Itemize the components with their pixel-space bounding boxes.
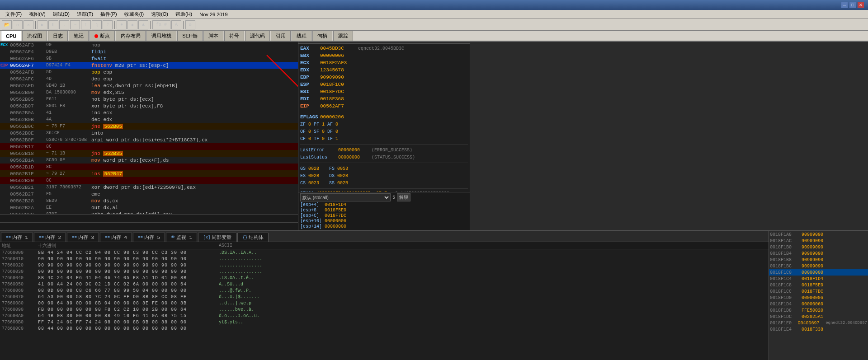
ds-value[interactable]: 002B <box>337 173 348 178</box>
tab-[interactable]: 日志 <box>48 31 68 41</box>
memory-row[interactable]: 776600C0 08 44 00 00 00 00 00 00 00 00 0… <box>0 325 769 332</box>
maximize-button[interactable]: □ <box>849 2 856 8</box>
conv-select[interactable]: 默认 (stdcall) <box>300 193 391 201</box>
memory-tab-[interactable]: [x]局部变量 <box>198 233 236 242</box>
memory-row[interactable]: 77660070 64 A3 00 00 58 8D 7C 24 0C FF D… <box>0 294 769 300</box>
disasm-row[interactable]: 00562AFC4Ddec ebp <box>0 75 298 82</box>
flag-val[interactable]: 0 <box>308 136 311 141</box>
mem-bp-button[interactable]: ◆ <box>127 20 137 29</box>
reg-value[interactable]: 12345678 <box>320 67 356 73</box>
tab-[interactable]: 源代码 <box>245 31 270 41</box>
disasm-row[interactable]: 00562B0B4Adec edx <box>0 116 298 123</box>
memory-row[interactable]: 77660010 90 90 90 90 90 90 90 90 90 90 9… <box>0 256 769 262</box>
disasm-row[interactable]: 00562AFB5Dpop ebp <box>0 69 298 75</box>
restart-button[interactable]: ↺ <box>13 20 23 29</box>
memory-row[interactable]: 77660050 41 00 A4 24 00 DC 02 1D CC 02 6… <box>0 281 769 287</box>
disasm-row[interactable]: 00562B1A8C59 0Fmov word ptr ds:[ecx+F],d… <box>0 157 298 164</box>
disasm-row[interactable]: 00562B0E36:CEinto <box>0 130 298 136</box>
ss-value[interactable]: 002B <box>337 181 348 186</box>
settings-button[interactable]: ⚙ <box>185 20 195 29</box>
hw-bp-button[interactable]: ▲ <box>138 20 148 29</box>
conv-param-value[interactable]: 0018F1D4 <box>325 202 346 207</box>
step-over-button[interactable]: → <box>70 20 80 29</box>
disasm-row[interactable]: EIP00562AF7D97424 F4fnstenv m28 ptr ss:[… <box>0 62 298 69</box>
disasm-row[interactable]: 00562B0A41inc ecx <box>0 109 298 116</box>
memory-tab-2[interactable]: ≡≡内存 2 <box>34 233 66 242</box>
disasm-row[interactable]: 00562B078031 F8xor byte ptr ds:[ecx],F8 <box>0 103 298 109</box>
disasm-row[interactable]: 00562B05F611not byte ptr ds:[ecx] <box>0 96 298 103</box>
fx-button[interactable]: fx # <box>152 20 170 29</box>
tab-[interactable]: 内存布局 <box>116 31 146 41</box>
memory-row[interactable]: 77660030 90 90 90 90 90 90 90 90 90 90 9… <box>0 268 769 275</box>
memory-row[interactable]: 77660040 8B 4C 24 04 F6 41 04 06 74 05 E… <box>0 275 769 281</box>
disasm-row[interactable]: 00562B00BA 15030000mov edx,315 <box>0 89 298 96</box>
memory-tab-3[interactable]: ≡≡内存 3 <box>67 233 99 242</box>
memory-row[interactable]: 77660020 90 90 90 90 90 90 90 90 90 90 9… <box>0 262 769 268</box>
reg-value[interactable]: 90909090 <box>320 75 356 80</box>
reg-value[interactable]: 0018F368 <box>320 96 356 102</box>
tab-[interactable]: 引用 <box>271 31 291 41</box>
stack-row[interactable]: 0018F1E0 0040D697 eqnedt32.0040D697 <box>769 320 868 326</box>
fs-value[interactable]: 0053 <box>337 166 348 171</box>
memory-tab-1[interactable]: ≡≡内存 1 <box>1 233 33 242</box>
disasm-row[interactable]: 00562B0F638C76 378C710Barpl word ptr ds:… <box>0 136 298 143</box>
trace-over-button[interactable]: ⤴ <box>103 20 113 29</box>
reg-value[interactable]: 0018F1C0 <box>320 82 356 87</box>
flag-val[interactable]: 0 <box>308 129 311 134</box>
memory-row[interactable]: 776600A0 64 4B 08 30 00 00 00 88 49 10 F… <box>0 313 769 319</box>
stack-row[interactable]: 0018F1D0 00000006 <box>769 295 868 301</box>
stack-row[interactable]: 0018F1E4 0018F338 <box>769 326 868 332</box>
disasm-row[interactable]: 00562B208C <box>0 177 298 184</box>
flag-val[interactable]: 0 <box>335 122 338 127</box>
tab-[interactable]: 流程图 <box>22 31 47 41</box>
flag-val[interactable]: 0 <box>322 136 325 141</box>
stack-row[interactable]: 0018F1CC 0018F7DC <box>769 288 868 295</box>
disasm-row[interactable]: 00562B1E~ 79 27ins 562B47 <box>0 170 298 177</box>
reg-value[interactable]: 0045BD3C <box>320 46 356 51</box>
stack-row[interactable]: 0018F1D4 00000060 <box>769 301 868 307</box>
tab-[interactable]: 句柄 <box>312 31 332 41</box>
memory-row[interactable]: 77660080 00 00 64 89 0D 00 8B 04 00 00 0… <box>0 300 769 306</box>
menu-item-P[interactable]: 插件(P) <box>97 10 121 19</box>
disasm-row[interactable]: 00562B2AEEout dx,al <box>0 204 298 211</box>
font-button[interactable]: A <box>171 20 181 29</box>
memory-row[interactable]: 77660000 8B 44 24 04 CC C2 04 00 CC 90 C… <box>0 249 769 256</box>
tab-[interactable]: 符号 <box>224 31 244 41</box>
pause-button[interactable]: ⏸ <box>48 20 58 29</box>
cs-value[interactable]: 0023 <box>308 181 326 186</box>
menu-item-V[interactable]: 视图(V) <box>25 10 49 19</box>
memory-row[interactable]: 776600B0 FF 74 24 0C FF 74 24 08 00 00 8… <box>0 319 769 325</box>
menu-item-O[interactable]: 选项(O) <box>147 10 172 19</box>
disasm-row[interactable]: 00562AF69Bfwait <box>0 55 298 62</box>
stack-row[interactable]: 0018F1B0 90909090 <box>769 244 868 250</box>
tab-[interactable]: 跟踪 <box>333 31 353 41</box>
tab-[interactable]: 调用堆栈 <box>146 31 176 41</box>
tab-[interactable]: 脚本 <box>203 31 223 41</box>
menu-item-F[interactable]: 文件(F) <box>2 10 25 19</box>
eip-value[interactable]: 00562AF7 <box>320 103 356 109</box>
disasm-row[interactable]: 00562B27F5cmc <box>0 191 298 197</box>
reg-value[interactable]: 0018F7DC <box>320 89 356 94</box>
reg-value[interactable]: 0018F2AF3 <box>320 60 356 65</box>
stack-row[interactable]: 0018F1AC 90909090 <box>769 238 868 244</box>
flag-val[interactable]: 0 <box>335 129 338 134</box>
disasm-row[interactable]: 00562AFD8D4D 1Blea ecx,dword ptr ss:[ebp… <box>0 82 298 89</box>
flag-val[interactable]: 0 <box>322 129 325 134</box>
stack-row[interactable]: 0018F1B4 90909090 <box>769 250 868 257</box>
stack-row[interactable]: 0018F1C4 0018F1D4 <box>769 276 868 282</box>
open-button[interactable]: 📂 <box>2 20 12 29</box>
run-button[interactable]: ▶ <box>38 20 47 29</box>
step-out-button[interactable]: ↑ <box>81 20 91 29</box>
conv-param-value[interactable]: 00000006 <box>325 219 346 224</box>
flag-val[interactable]: 0 <box>308 122 311 127</box>
flag-val[interactable]: 1 <box>335 136 338 141</box>
bp-button[interactable]: ● <box>117 20 127 29</box>
last-status-value[interactable]: 00000000 <box>338 155 370 160</box>
stack-row[interactable]: 0018F1DC 002025A1 <box>769 313 868 320</box>
conv-unlock-button[interactable]: 解锁 <box>397 193 410 201</box>
memory-tab-[interactable]: {}结构体 <box>237 233 269 242</box>
menu-item-T[interactable]: 追踪(T) <box>73 10 97 19</box>
memory-row[interactable]: 77660090 FB 00 00 00 00 00 98 F8 C2 C2 1… <box>0 306 769 313</box>
disasm-row[interactable]: 00562AF4D9EBfldpi <box>0 48 298 55</box>
stack-row[interactable]: 0018F1C0 00000000 <box>769 269 868 276</box>
